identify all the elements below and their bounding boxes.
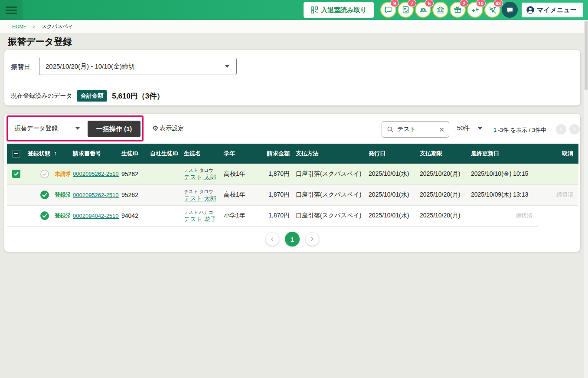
row-checkbox[interactable] (12, 170, 20, 178)
table-header-row: 登録状態↑ 請求書番号 生徒ID 自社生徒ID 生徒名 学年 請求金額 支払方法… (7, 144, 578, 164)
cell-company-student-id (147, 184, 181, 205)
student-kana: テスト タロウ (184, 189, 219, 194)
table-row[interactable]: 登録済 0002094042-251001 94042 テスト ハナコテスト 花… (7, 205, 578, 226)
survey-notification-button[interactable]: 7 (398, 2, 414, 18)
cell-invoice: 0002095262-251002 (70, 164, 119, 184)
transfer-date-value: 2025/10/20(月) - 10/10(金)締切 (46, 62, 135, 71)
bulk-operation-button[interactable]: 一括操作 (1) (88, 121, 140, 137)
col-header-due[interactable]: 支払期限 (417, 144, 468, 164)
transfer-date-label: 振替日 (11, 63, 30, 71)
cell-grade: 高校1年 (221, 164, 252, 184)
account-icon (526, 5, 535, 15)
table-row[interactable]: 登録済 0002095262-251001 95262 テスト タロウテスト 太… (7, 184, 578, 205)
divider (11, 84, 574, 84)
col-header-company-student-id[interactable]: 自社生徒ID (147, 144, 181, 164)
entry-exit-notification-button[interactable]: 10 (467, 2, 483, 18)
col-header-amount[interactable]: 請求金額 (252, 144, 293, 164)
bulk-action-highlight-box: 振替データ登録 一括操作 (1) (7, 115, 144, 141)
page-size-select[interactable]: 50件 (455, 121, 484, 136)
pagination-prev-button[interactable] (266, 233, 279, 246)
student-name-link[interactable]: テスト 太郎 (184, 195, 216, 202)
col-header-updated[interactable]: 最終更新日 (468, 144, 538, 164)
registered-circle-check-icon (40, 190, 49, 200)
chat-filled-icon (506, 6, 514, 14)
location-off-notification-button[interactable]: 63 (484, 2, 500, 18)
transfer-date-select[interactable]: 2025/10/20(月) - 10/10(金)締切 (39, 58, 237, 75)
entry-exit-scan-button[interactable]: 入退室読み取り (304, 2, 374, 18)
qr-code-icon (310, 6, 318, 14)
location-off-badge: 63 (493, 0, 503, 7)
results-next-arrow-button[interactable] (569, 124, 580, 135)
members-notification-button[interactable]: 5 (415, 2, 431, 18)
col-header-student-name[interactable]: 生徒名 (181, 144, 221, 164)
student-name-link[interactable]: テスト 太郎 (184, 174, 216, 181)
cell-company-student-id (147, 205, 181, 226)
cell-method: 口座引落(スクパスペイ) (293, 205, 366, 226)
cell-select-empty (7, 184, 25, 205)
chevron-left-icon (269, 236, 275, 242)
results-range-text: 1~3件 を表示 / 3件中 (493, 126, 546, 134)
chevron-left-icon (558, 126, 564, 132)
page-title: 振替データ登録 (8, 36, 72, 48)
results-prev-arrow-button[interactable] (556, 124, 566, 135)
cell-updated: 2025/10/09(木) 13:13 (468, 184, 538, 205)
entry-exit-scan-label: 入退室読み取り (321, 6, 367, 14)
indeterminate-icon (14, 153, 18, 154)
sort-ascending-icon[interactable]: ↑ (54, 150, 57, 157)
search-icon (386, 125, 394, 133)
col-header-student-id[interactable]: 生徒ID (119, 144, 147, 164)
gift-icon (454, 6, 462, 14)
invoice-link[interactable]: 0002095262-251002 (73, 171, 119, 177)
entry-exit-badge: 10 (476, 0, 486, 7)
invoice-link[interactable]: 0002095262-251001 (73, 192, 119, 198)
chat-notification-button[interactable]: 9 (380, 2, 396, 18)
cell-issued: 2025/10/01(水) (366, 205, 417, 226)
breadcrumb-current: スクパスペイ (41, 23, 73, 30)
gift-notification-button[interactable]: 2 (450, 2, 466, 18)
invoice-link[interactable]: 0002094042-251001 (73, 213, 119, 219)
col-header-invoice[interactable]: 請求書番号 (70, 144, 119, 164)
clear-search-icon[interactable]: ✕ (439, 126, 444, 133)
cell-company-student-id (147, 164, 181, 184)
col-header-cancel: 取消 (538, 144, 578, 164)
hamburger-menu-button[interactable] (0, 0, 23, 20)
select-all-checkbox[interactable] (12, 150, 20, 158)
col-header-issued[interactable]: 発行日 (366, 144, 417, 164)
cell-student-name: テスト タロウテスト 太郎 (181, 164, 221, 184)
col-header-method[interactable]: 支払方法 (293, 144, 366, 164)
pagination-page-1-button[interactable]: 1 (285, 232, 300, 247)
cell-cancel: 締切済 (468, 205, 538, 226)
chevron-down-icon (225, 65, 229, 68)
cell-cancel (538, 164, 578, 184)
student-name-link[interactable]: テスト 花子 (184, 216, 216, 223)
cell-grade: 小学1年 (221, 205, 252, 226)
scrollbar-thumb[interactable] (585, 21, 588, 90)
search-input[interactable] (397, 126, 436, 133)
my-menu-button[interactable]: マイメニュー (522, 3, 583, 17)
breadcrumb-home-link[interactable]: HOME (12, 24, 26, 29)
status-badge: 登録済 (55, 212, 70, 220)
col-header-reg-state: 登録状態↑ (25, 144, 70, 164)
breadcrumb: HOME > スクパスペイ (0, 20, 588, 33)
chat-widget-button[interactable] (502, 2, 518, 18)
navigation-off-icon (488, 6, 497, 14)
cell-due: 2025/10/20(月) (417, 184, 468, 205)
cell-updated: 2025/10/10(金) 10:15 (468, 164, 538, 184)
school-notification-button[interactable] (432, 2, 448, 18)
col-header-grade[interactable]: 学年 (221, 144, 252, 164)
search-box[interactable]: ✕ (382, 121, 449, 138)
cell-due: 2025/10/20(月) (417, 205, 468, 226)
pagination-next-button[interactable] (306, 233, 319, 246)
unregistered-circle-check-icon (40, 169, 49, 179)
cell-select-empty (7, 205, 25, 226)
bulk-action-select[interactable]: 振替データ登録 (13, 121, 82, 136)
chevron-down-icon (75, 127, 80, 130)
app-header: 入退室読み取り 9 7 5 2 10 (0, 0, 588, 20)
table-row[interactable]: 未請求 0002095262-251002 95262 テスト タロウテスト 太… (7, 164, 578, 184)
total-amount-badge: 合計金額 (77, 90, 107, 102)
checklist-icon (402, 6, 410, 14)
scrollbar[interactable] (584, 20, 588, 378)
table-card: 振替データ登録 一括操作 (1) ⚙ 表示設定 ✕ 50件 1~3件 を表示 /… (4, 114, 580, 252)
display-settings-button[interactable]: ⚙ 表示設定 (152, 125, 184, 132)
cell-student-id: 94042 (119, 205, 147, 226)
